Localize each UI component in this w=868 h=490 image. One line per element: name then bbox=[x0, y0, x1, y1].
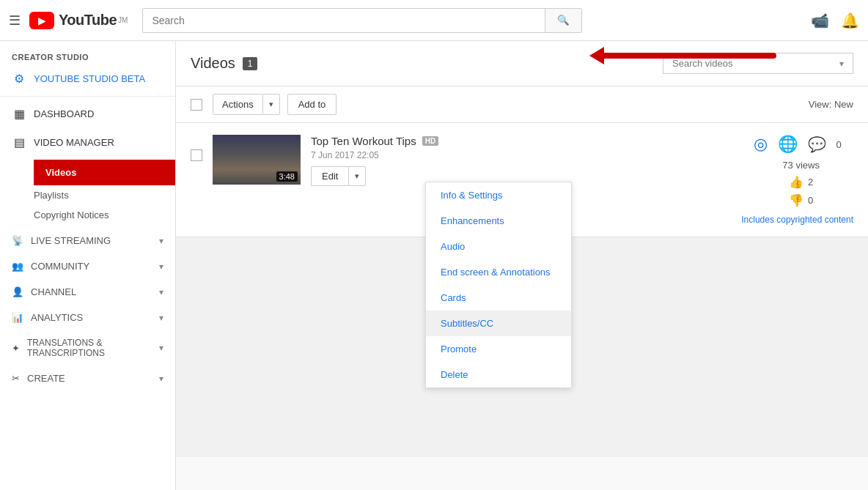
arrow-annotation bbox=[589, 47, 776, 64]
dropdown-item-audio[interactable]: Audio bbox=[426, 234, 571, 259]
add-to-button[interactable]: Add to bbox=[287, 94, 337, 115]
edit-dropdown-menu: Info & Settings Enhancements Audio End s… bbox=[425, 182, 572, 388]
video-checkbox[interactable] bbox=[191, 149, 202, 161]
thumbsdown-icon: 👎 bbox=[789, 193, 803, 207]
dropdown-item-cards[interactable]: Cards bbox=[426, 285, 571, 311]
sidebar-item-playlists[interactable]: Playlists bbox=[34, 185, 175, 205]
video-manager-submenu: Videos Playlists Copyright Notices bbox=[0, 157, 175, 228]
video-duration: 3:48 bbox=[276, 171, 298, 182]
content-area: Videos 1 ▾ Actions ▾ Add to View: New bbox=[176, 41, 868, 490]
likes-count: 2 bbox=[808, 177, 813, 188]
create-icon: ✂ bbox=[12, 373, 20, 384]
dropdown-item-info-settings[interactable]: Info & Settings bbox=[426, 182, 571, 208]
channel-icon: 👤 bbox=[12, 286, 23, 297]
video-row: 3:48 Top Ten Workout Tips HD 7 Jun 2017 … bbox=[176, 123, 868, 237]
youtube-logo-sup: JM bbox=[118, 16, 128, 24]
dropdown-item-promote[interactable]: Promote bbox=[426, 336, 571, 362]
video-title-row: Top Ten Workout Tips HD bbox=[311, 135, 741, 147]
video-date: 7 Jun 2017 22:05 bbox=[311, 150, 741, 160]
chevron-down-icon-4: ▾ bbox=[159, 313, 163, 323]
sidebar-item-community[interactable]: 👥 COMMUNITY ▾ bbox=[0, 253, 175, 279]
sidebar-item-create[interactable]: ✂ CREATE ▾ bbox=[0, 365, 175, 391]
toolbar: Actions ▾ Add to View: New bbox=[176, 86, 868, 123]
create-label: CREATE bbox=[27, 373, 65, 384]
view-label: View: New bbox=[809, 99, 853, 110]
search-button[interactable]: 🔍 bbox=[545, 9, 581, 32]
globe-icon: 🌐 bbox=[778, 135, 798, 154]
community-icon: 👥 bbox=[12, 261, 23, 272]
youtube-logo: YouTubeJM bbox=[29, 12, 128, 29]
search-input[interactable] bbox=[143, 9, 545, 32]
view-mode-text: New bbox=[834, 99, 853, 110]
video-manager-icon: ▤ bbox=[12, 136, 26, 149]
chevron-down-icon-3: ▾ bbox=[159, 287, 163, 297]
main-layout: CREATOR STUDIO ⚙ YOUTUBE STUDIO BETA ▦ D… bbox=[0, 41, 868, 490]
divider-1 bbox=[0, 96, 175, 97]
sidebar: CREATOR STUDIO ⚙ YOUTUBE STUDIO BETA ▦ D… bbox=[0, 41, 176, 490]
arrow-body bbox=[604, 53, 776, 59]
video-manager-label: VIDEO MANAGER bbox=[34, 137, 114, 148]
chevron-down-icon-2: ▾ bbox=[159, 261, 163, 272]
video-stats: ◎ 🌐 💬 0 73 views 👍 2 bbox=[741, 135, 853, 225]
copyright-notice[interactable]: Includes copyrighted content bbox=[741, 215, 853, 225]
view-label-text: View: bbox=[809, 99, 832, 110]
top-nav: ☰ YouTubeJM 🔍 📹 🔔 bbox=[0, 0, 868, 41]
sidebar-item-copyright-notices[interactable]: Copyright Notices bbox=[34, 205, 175, 225]
sidebar-item-dashboard[interactable]: ▦ DASHBOARD bbox=[0, 100, 175, 128]
comment-icon: 💬 bbox=[808, 136, 826, 153]
community-label: COMMUNITY bbox=[31, 261, 89, 272]
actions-dropdown-arrow-icon[interactable]: ▾ bbox=[262, 95, 279, 114]
select-all-checkbox[interactable] bbox=[191, 99, 202, 111]
edit-dropdown-arrow[interactable]: ▾ bbox=[348, 166, 366, 186]
search-bar: 🔍 bbox=[142, 8, 582, 33]
select-all-checkbox-wrap bbox=[191, 99, 205, 111]
video-section: 3:48 Top Ten Workout Tips HD 7 Jun 2017 … bbox=[176, 123, 868, 237]
dropdown-item-subtitles[interactable]: Subtitles/CC bbox=[426, 311, 571, 336]
live-streaming-icon: 📡 bbox=[12, 235, 23, 246]
page-title-text: Videos bbox=[191, 55, 235, 72]
analytics-label: ANALYTICS bbox=[31, 312, 83, 323]
chevron-down-icon-6: ▾ bbox=[159, 374, 163, 384]
dropdown-item-enhancements[interactable]: Enhancements bbox=[426, 208, 571, 234]
dashboard-label: DASHBOARD bbox=[34, 108, 94, 119]
chevron-down-icon-5: ▾ bbox=[159, 343, 163, 353]
hamburger-icon[interactable]: ☰ bbox=[9, 12, 21, 29]
analytics-icon: 📊 bbox=[12, 312, 23, 323]
dropdown-item-delete[interactable]: Delete bbox=[426, 362, 571, 387]
sidebar-item-analytics[interactable]: 📊 ANALYTICS ▾ bbox=[0, 305, 175, 330]
youtube-studio-beta-label: YOUTUBE STUDIO BETA bbox=[34, 73, 145, 84]
sidebar-item-channel[interactable]: 👤 CHANNEL ▾ bbox=[0, 279, 175, 305]
bell-icon[interactable]: 🔔 bbox=[841, 12, 859, 29]
videos-label: Videos bbox=[45, 167, 76, 178]
chevron-down-icon: ▾ bbox=[159, 236, 163, 246]
hd-badge: HD bbox=[422, 136, 438, 146]
video-title: Top Ten Workout Tips bbox=[311, 135, 416, 147]
translations-icon: ✦ bbox=[12, 343, 20, 354]
sidebar-item-translations[interactable]: ✦ TRANSLATIONS & TRANSCRIPTIONS ▾ bbox=[0, 330, 175, 365]
live-streaming-label: LIVE STREAMING bbox=[31, 235, 111, 246]
actions-button-group[interactable]: Actions ▾ bbox=[213, 94, 280, 115]
video-camera-icon[interactable]: 📹 bbox=[811, 12, 829, 29]
sidebar-item-live-streaming[interactable]: 📡 LIVE STREAMING ▾ bbox=[0, 228, 175, 253]
sidebar-item-video-manager[interactable]: ▤ VIDEO MANAGER bbox=[0, 128, 175, 157]
comment-count: 0 bbox=[836, 139, 842, 150]
sidebar-item-youtube-studio-beta[interactable]: ⚙ YOUTUBE STUDIO BETA bbox=[0, 64, 175, 93]
video-info: Top Ten Workout Tips HD 7 Jun 2017 22:05… bbox=[311, 135, 741, 186]
actions-button-label: Actions bbox=[213, 94, 262, 114]
dislikes-count: 0 bbox=[808, 195, 813, 206]
search-videos-chevron-icon: ▾ bbox=[839, 59, 844, 69]
youtube-logo-text: YouTube bbox=[59, 12, 117, 29]
creator-studio-label: CREATOR STUDIO bbox=[0, 41, 175, 64]
nav-right: 📹 🔔 bbox=[811, 12, 859, 29]
video-thumbnail-wrap: 3:48 bbox=[213, 135, 301, 185]
views-count: 73 views bbox=[782, 160, 820, 171]
thumbsup-icon: 👍 bbox=[789, 175, 803, 189]
sidebar-item-videos[interactable]: Videos bbox=[34, 160, 175, 185]
video-count-badge: 1 bbox=[243, 57, 258, 70]
gear-icon: ⚙ bbox=[12, 72, 26, 86]
dropdown-item-end-screen[interactable]: End screen & Annotations bbox=[426, 259, 571, 285]
channel-label: CHANNEL bbox=[31, 286, 76, 297]
arrow-head-icon bbox=[589, 47, 604, 64]
edit-button[interactable]: Edit bbox=[311, 166, 348, 186]
youtube-logo-icon bbox=[29, 12, 54, 29]
